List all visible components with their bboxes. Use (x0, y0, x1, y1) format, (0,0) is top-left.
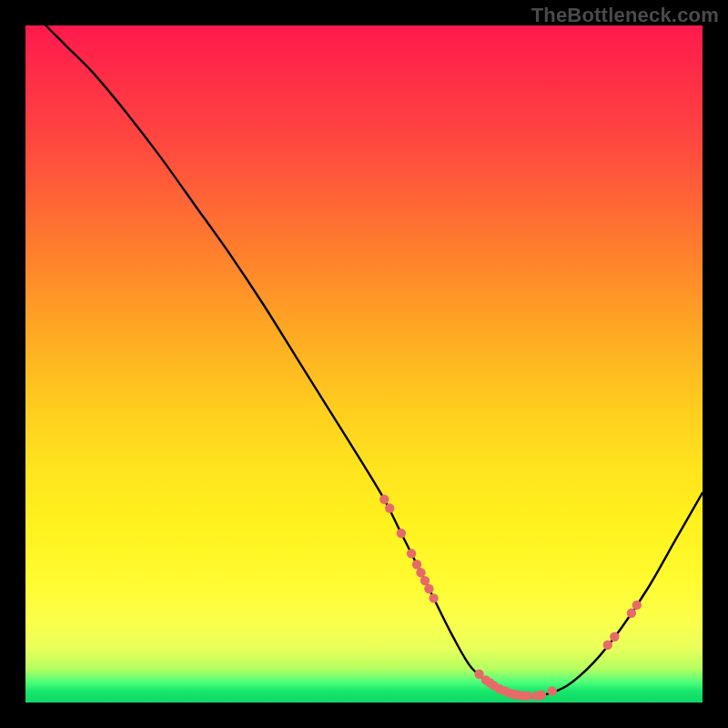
watermark-text: TheBottleneck.com (531, 4, 719, 27)
data-marker (610, 632, 619, 642)
data-marker (385, 503, 394, 512)
data-marker (548, 686, 557, 695)
data-marker (627, 609, 636, 618)
data-marker (424, 584, 433, 593)
data-marker (429, 593, 438, 602)
data-marker (523, 691, 532, 700)
data-marker (412, 560, 421, 569)
data-marker (537, 691, 546, 700)
data-marker (603, 641, 612, 650)
data-marker (416, 568, 425, 577)
data-marker (397, 529, 406, 538)
data-marker (420, 576, 430, 585)
data-marker (632, 601, 642, 610)
plot-area (25, 25, 703, 703)
curve-layer (25, 25, 703, 703)
chart-frame: TheBottleneck.com (0, 0, 728, 728)
data-marker (379, 495, 389, 504)
bottleneck-curve (46, 25, 703, 697)
data-marker (407, 549, 416, 558)
data-markers (379, 495, 642, 701)
